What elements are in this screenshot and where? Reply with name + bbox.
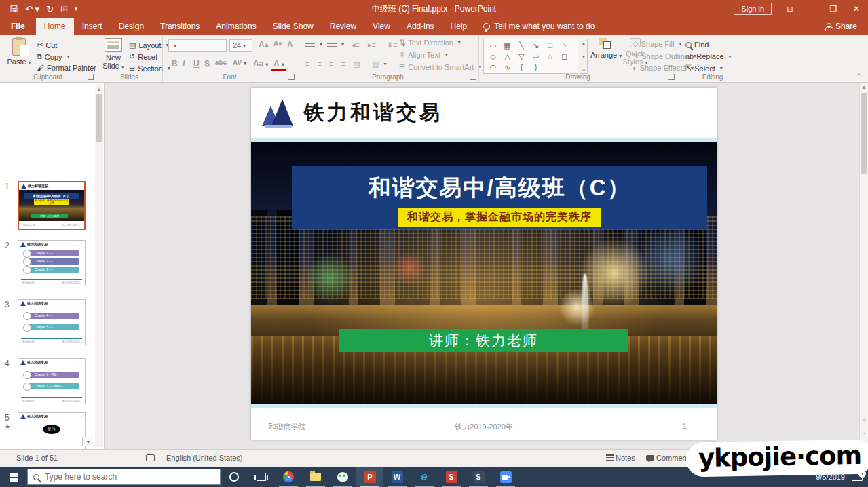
shape-fill-button[interactable]: ◇ Shape Fill — [633, 39, 681, 48]
tab-view[interactable]: View — [364, 18, 398, 35]
slide-indicator: Slide 1 of 51 — [16, 454, 58, 462]
shape-outline-button[interactable]: ✎ Shape Outline — [633, 52, 696, 60]
bold-icon[interactable]: B — [170, 58, 180, 69]
share-button[interactable]: Share — [814, 18, 868, 35]
columns-icon[interactable]: ▥ — [372, 60, 386, 69]
edge-taskbar-button[interactable]: e — [411, 467, 438, 487]
search-input[interactable] — [45, 472, 201, 482]
copy-button[interactable]: ⧉ Copy — [37, 52, 70, 61]
tell-me-box[interactable]: Tell me what you want to do — [475, 18, 603, 35]
scroll-up-icon[interactable]: ▲ — [860, 83, 868, 92]
underline-icon[interactable]: U — [191, 58, 202, 69]
thumbnail-slide-3[interactable]: 铁力和谐交易···· Chapter 4 –··· Chapter 5 –···… — [18, 299, 86, 345]
edge-icon: e — [419, 471, 430, 483]
scrollbar-thumb[interactable] — [861, 93, 867, 174]
decrease-indent-icon[interactable]: ◂≡ — [352, 41, 360, 50]
undo-icon[interactable]: ↶ ▾ — [25, 4, 39, 14]
taskbar-search[interactable] — [27, 469, 221, 485]
tab-insert[interactable]: Insert — [74, 18, 111, 35]
arrange-button[interactable]: Arrange — [590, 38, 620, 59]
font-color-icon[interactable]: A — [271, 58, 286, 71]
wechat-button[interactable] — [329, 467, 356, 487]
scroll-up-icon[interactable]: ▲ — [95, 85, 103, 94]
slide-scrollbar[interactable]: ▲ ⌃ ⌄ ▼ — [859, 83, 868, 449]
minimize-button[interactable]: — — [799, 0, 822, 18]
notes-toggle[interactable]: Notes — [606, 454, 635, 462]
tab-design[interactable]: Design — [111, 18, 152, 35]
shrink-font-icon[interactable]: A▾ — [271, 39, 284, 48]
next-slide-button[interactable]: ⌄ — [860, 427, 868, 438]
thumbnail-slide-2[interactable]: 铁力和谐交易···· Chapter 1 –··· Chapter 2 –···… — [18, 240, 86, 286]
task-view-button[interactable] — [248, 467, 275, 487]
tab-addins[interactable]: Add-ins — [398, 18, 442, 35]
lightbulb-icon — [483, 23, 490, 30]
shapes-gallery[interactable]: ▭▦╲↘□○ ◇△▽⇨☆◻ ◠∿{} — [483, 39, 578, 74]
tab-transitions[interactable]: Transitions — [152, 18, 208, 35]
new-slide-button[interactable]: New Slide — [99, 38, 128, 70]
restore-button[interactable]: ❐ — [822, 0, 845, 18]
app-s-red-button[interactable]: S — [438, 467, 465, 487]
thumbnail-slide-1[interactable]: 铁力和谐交易 和谐交易中/高级班（C） 和谐交易，掌握金融市场的完美秩序 讲师：… — [18, 181, 86, 230]
tab-review[interactable]: Review — [322, 18, 364, 35]
clear-formatting-icon[interactable]: A — [285, 39, 295, 50]
italic-icon[interactable]: I — [181, 58, 187, 69]
slide-canvas[interactable]: 铁力和谐交易 和谐交易中/高级班（C） 和谐交易，掌握金融市场的完美秩序 讲师：… — [251, 88, 717, 440]
panel-scroll-down-button[interactable]: ▼ — [82, 437, 94, 446]
text-direction-button[interactable]: ⇅ Text Direction — [399, 38, 461, 47]
format-painter-button[interactable]: 🖌 Format Painter — [37, 64, 96, 72]
tab-slideshow[interactable]: Slide Show — [265, 18, 322, 35]
align-buttons[interactable]: ≡ ≡ ≡ ≡ ▤ — [305, 60, 362, 69]
zoom-app-button[interactable] — [492, 467, 519, 487]
ribbon-display-options-icon[interactable]: ⊡ — [781, 0, 799, 18]
numbering-icon[interactable] — [327, 41, 344, 47]
shapes-gallery-scrollbar[interactable]: ▴▾≡ — [580, 39, 588, 74]
reset-button[interactable]: ↺ Reset — [129, 52, 157, 61]
scrollbar-thumb[interactable] — [96, 94, 102, 142]
font-size-combobox[interactable]: 24 — [229, 39, 252, 52]
paragraph-dialog-launcher[interactable] — [470, 74, 476, 80]
title-textbox[interactable]: 和谐交易中/高级班（C） 和谐交易，掌握金融市场的完美秩序 — [292, 166, 707, 229]
customize-qat-icon[interactable]: ▾ — [75, 5, 78, 12]
convert-smartart-button[interactable]: ⊞ Convert to SmartArt — [399, 62, 481, 71]
start-button[interactable] — [0, 467, 27, 487]
save-icon[interactable]: 🖫 — [10, 4, 18, 14]
find-button[interactable]: Find — [685, 41, 709, 49]
start-slideshow-icon[interactable]: ⊞ — [60, 4, 68, 14]
redo-icon[interactable]: ↻ — [46, 4, 54, 14]
sign-in-button[interactable]: Sign in — [734, 3, 772, 15]
shape-effects-button[interactable]: ◐ Shape Effects — [633, 64, 694, 72]
paste-button[interactable]: Paste — [5, 38, 33, 66]
font-dialog-launcher[interactable] — [288, 74, 295, 80]
grow-font-icon[interactable]: A▴ — [257, 39, 271, 50]
cut-button[interactable]: ✂ Cut — [37, 41, 57, 50]
text-shadow-icon[interactable]: S — [202, 58, 212, 69]
thumbnail-slide-4[interactable]: 铁力和谐交易···· Chapter 6 – RSI··· Chapter 7 … — [18, 358, 86, 404]
comments-toggle[interactable]: Comments — [646, 454, 692, 462]
powerpoint-taskbar-button[interactable]: P — [356, 467, 383, 487]
file-explorer-button[interactable] — [302, 467, 329, 487]
thumbnail-scrollbar[interactable]: ▲ — [95, 85, 103, 447]
collapse-ribbon-icon[interactable]: ⌃ — [856, 73, 861, 79]
bullets-icon[interactable] — [305, 41, 322, 47]
slide-footer: 和谐商学院 铁力2019-2020年 1 — [251, 408, 717, 440]
increase-indent-icon[interactable]: ▸≡ — [368, 41, 376, 50]
word-taskbar-button[interactable]: W — [383, 467, 411, 487]
clipboard-dialog-launcher[interactable] — [88, 74, 94, 80]
cortana-button[interactable] — [221, 467, 248, 487]
tab-animations[interactable]: Animations — [208, 18, 264, 35]
close-button[interactable]: ✕ — [845, 0, 868, 18]
thumb1-photo: 和谐交易中/高级班（C） 和谐交易，掌握金融市场的完美秩序 讲师：铁力老师 — [19, 190, 84, 221]
tab-file[interactable]: File — [0, 18, 36, 35]
app-s-dark-button[interactable]: S — [465, 467, 492, 487]
tab-help[interactable]: Help — [442, 18, 476, 35]
previous-slide-button[interactable]: ⌃ — [860, 416, 868, 427]
strikethrough-icon[interactable]: abc — [213, 58, 229, 67]
change-case-icon[interactable]: Aa — [251, 58, 270, 69]
language-status[interactable]: English (United States) — [166, 454, 243, 462]
instructor-textbox[interactable]: 讲师：铁力老师 — [339, 329, 628, 352]
align-text-button[interactable]: ⇳ Align Text — [399, 50, 448, 59]
character-spacing-icon[interactable]: AV — [231, 58, 248, 67]
font-name-combobox[interactable] — [168, 39, 227, 52]
tab-home[interactable]: Home — [36, 18, 74, 35]
chrome-taskbar-button[interactable] — [275, 467, 302, 487]
